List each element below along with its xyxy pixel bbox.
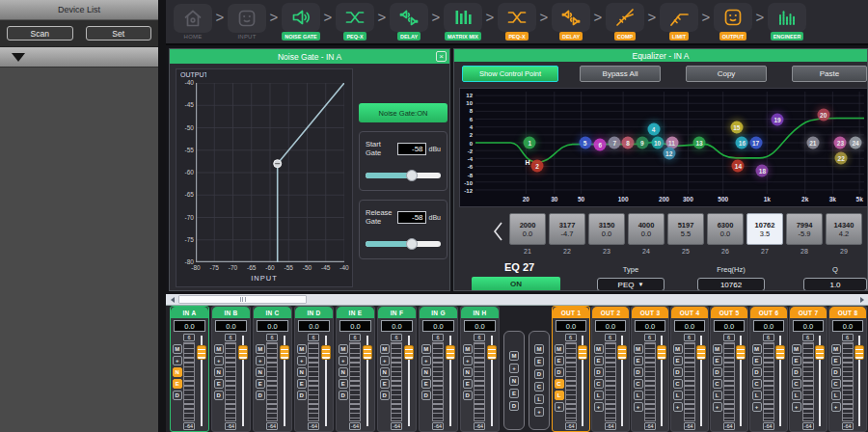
strip-button-m[interactable]: M: [214, 344, 224, 354]
strip-button-e[interactable]: E: [634, 356, 643, 365]
strip-button-+[interactable]: +: [214, 356, 224, 365]
strip-button-d[interactable]: D: [792, 367, 801, 377]
channel-strip-in-c[interactable]: IN C0.0M+NED6-64: [253, 306, 292, 432]
channel-strip-in-a[interactable]: IN A0.0M+NED6-64: [170, 306, 209, 432]
channel-value[interactable]: 0.0: [215, 320, 247, 332]
strip-button-e[interactable]: E: [173, 379, 182, 389]
channel-strip-in-e[interactable]: IN E0.0M+NED6-64: [336, 306, 375, 432]
toolbar-item-comp[interactable]: COMP: [604, 3, 646, 40]
strip-button-e[interactable]: E: [463, 379, 473, 389]
set-button[interactable]: Set: [86, 26, 152, 40]
strip-button-+[interactable]: +: [713, 402, 722, 412]
noise-gate-enable-button[interactable]: Noise Gate:ON: [359, 103, 448, 122]
channel-strip-in-f[interactable]: IN F0.0M+NED6-64: [377, 306, 417, 432]
eq-point-17[interactable]: 17: [749, 137, 762, 149]
channel-value[interactable]: 0.0: [793, 320, 824, 332]
channel-value[interactable]: 0.0: [753, 320, 784, 332]
mixer-scrollbar[interactable]: [166, 294, 868, 306]
eq-point-19[interactable]: 19: [772, 113, 784, 125]
strip-button-n[interactable]: N: [214, 367, 224, 377]
strip-button-m[interactable]: M: [555, 344, 564, 354]
strip-button-d[interactable]: D: [713, 367, 722, 377]
eq-point-1[interactable]: 1: [524, 137, 536, 149]
eq-point-7[interactable]: 7: [609, 137, 621, 149]
strip-button-m[interactable]: M: [463, 344, 473, 354]
strip-button-m[interactable]: M: [297, 344, 307, 354]
master-button-d[interactable]: D: [509, 401, 519, 411]
fader-handle[interactable]: [363, 345, 372, 360]
eq-band-cell[interactable]: 3177-4.7: [549, 213, 585, 245]
master-button-m[interactable]: M: [509, 351, 519, 361]
strip-button-d[interactable]: D: [173, 391, 182, 400]
toolbar-item-matrix-mix[interactable]: MATRIX MIX: [442, 3, 484, 40]
channel-tab[interactable]: IN C: [254, 307, 291, 318]
strip-button-l[interactable]: L: [555, 391, 564, 400]
channel-tab[interactable]: OUT 5: [711, 307, 747, 318]
channel-tab[interactable]: IN E: [337, 307, 374, 318]
channel-tab[interactable]: IN B: [212, 307, 250, 318]
strip-button-+[interactable]: +: [634, 402, 643, 412]
device-list-expander[interactable]: [0, 46, 158, 68]
eq-point-5[interactable]: 5: [579, 137, 591, 149]
scrollbar-thumb[interactable]: [178, 295, 307, 304]
channel-strip-in-g[interactable]: IN G0.0M+NED6-64: [419, 306, 458, 432]
toolbar-item-noise-gate[interactable]: NOISE GATE: [280, 3, 322, 40]
channel-strip-out-6[interactable]: OUT 60.0MEDCL+6-64: [749, 306, 788, 432]
strip-button-l[interactable]: L: [831, 391, 841, 400]
toolbar-item-output[interactable]: OUTPUT: [712, 3, 754, 40]
strip-button-+[interactable]: +: [752, 402, 762, 412]
strip-button-c[interactable]: C: [831, 379, 841, 389]
strip-button-m[interactable]: M: [634, 344, 643, 354]
scroll-left-arrow[interactable]: [166, 294, 178, 305]
eq-point-15[interactable]: 15: [730, 121, 743, 133]
strip-button-+[interactable]: +: [792, 402, 801, 412]
eq-point-6[interactable]: 6: [594, 139, 607, 151]
channel-value[interactable]: 0.0: [298, 320, 330, 332]
channel-tab[interactable]: IN D: [295, 307, 333, 318]
strip-button-d[interactable]: D: [831, 367, 841, 377]
fader-handle[interactable]: [578, 345, 587, 360]
eq-point-20[interactable]: 20: [817, 109, 829, 122]
eq-band-cell[interactable]: 143404.2: [826, 213, 862, 245]
eq-point-14[interactable]: 14: [732, 160, 745, 173]
master-button-l[interactable]: L: [534, 394, 544, 404]
strip-button-l[interactable]: L: [713, 391, 722, 400]
channel-value[interactable]: 0.0: [464, 320, 496, 332]
strip-button-+[interactable]: +: [297, 356, 307, 365]
master-button-+[interactable]: +: [509, 364, 519, 373]
type-dropdown[interactable]: PEQ ▼: [597, 278, 665, 291]
scroll-right-arrow[interactable]: [855, 294, 868, 305]
strip-button-c[interactable]: C: [792, 379, 801, 389]
toolbar-item-home[interactable]: HOME: [172, 4, 214, 40]
fader-handle[interactable]: [775, 345, 785, 360]
eq-point-21[interactable]: 21: [806, 137, 819, 149]
toolbar-item-peq-x[interactable]: PEQ-X: [334, 3, 376, 40]
channel-strip-in-d[interactable]: IN D0.0M+NED6-64: [294, 306, 334, 432]
channel-value[interactable]: 0.0: [257, 320, 288, 332]
channel-strip-out-4[interactable]: OUT 40.0MEDCL+6-64: [670, 306, 709, 432]
strip-button-l[interactable]: L: [673, 391, 683, 400]
strip-button-d[interactable]: D: [634, 367, 643, 377]
eq-band-cell[interactable]: 20000.0: [509, 213, 546, 245]
channel-tab[interactable]: OUT 1: [553, 307, 589, 318]
strip-button-+[interactable]: +: [256, 356, 265, 365]
channel-strip-out-5[interactable]: OUT 50.0MEDCL+6-64: [710, 306, 748, 432]
strip-button-e[interactable]: E: [673, 356, 683, 365]
strip-button-e[interactable]: E: [831, 356, 841, 365]
strip-button-e[interactable]: E: [555, 356, 564, 365]
channel-strip-out-2[interactable]: OUT 20.0MEDCL+6-64: [591, 306, 630, 432]
channel-tab[interactable]: IN G: [420, 307, 457, 318]
strip-button-d[interactable]: D: [594, 367, 604, 377]
eq-point-23[interactable]: 23: [834, 137, 847, 149]
eq-point-2[interactable]: 2: [531, 160, 544, 173]
strip-button-e[interactable]: E: [752, 356, 762, 365]
eq-point-12[interactable]: 12: [663, 147, 675, 159]
channel-strip-out-3[interactable]: OUT 30.0MEDCL+6-64: [631, 306, 669, 432]
strip-button-+[interactable]: +: [421, 356, 431, 365]
strip-button-c[interactable]: C: [673, 379, 683, 389]
channel-strip-out-8[interactable]: OUT 80.0MEDCL+6-64: [828, 306, 867, 432]
channel-value[interactable]: 0.0: [174, 320, 205, 332]
strip-button-l[interactable]: L: [752, 391, 762, 400]
master-button-m[interactable]: M: [534, 344, 544, 354]
strip-button-n[interactable]: N: [256, 367, 265, 377]
